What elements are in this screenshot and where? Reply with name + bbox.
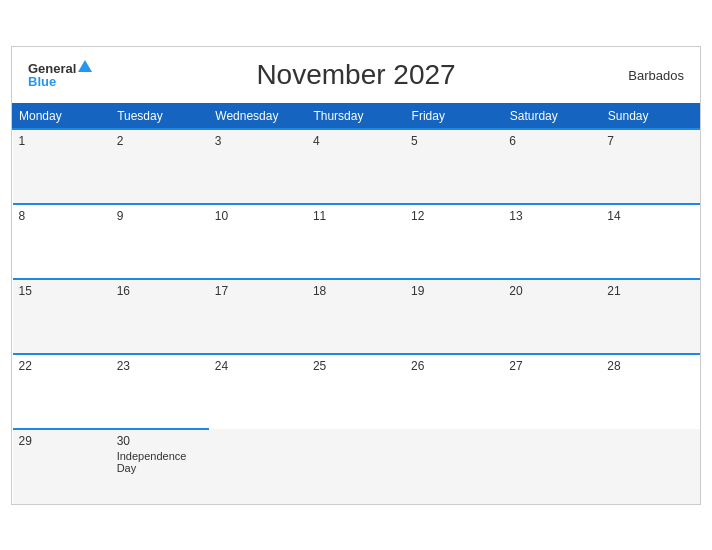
day-cell: 3 [209, 129, 307, 204]
day-number: 13 [509, 209, 595, 223]
calendar-header: General Blue November 2027 Barbados [12, 47, 700, 103]
calendar-grid: Monday Tuesday Wednesday Thursday Friday… [12, 103, 700, 504]
day-number: 1 [19, 134, 105, 148]
weekday-header-row: Monday Tuesday Wednesday Thursday Friday… [13, 103, 700, 129]
day-cell [209, 429, 307, 504]
day-number: 3 [215, 134, 301, 148]
day-cell: 22 [13, 354, 111, 429]
day-cell: 13 [503, 204, 601, 279]
day-cell: 4 [307, 129, 405, 204]
header-thursday: Thursday [307, 103, 405, 129]
week-row-4: 22232425262728 [13, 354, 700, 429]
day-cell: 14 [601, 204, 699, 279]
day-cell: 29 [13, 429, 111, 504]
calendar-container: General Blue November 2027 Barbados Mond… [11, 46, 701, 505]
day-number: 7 [607, 134, 693, 148]
day-cell: 6 [503, 129, 601, 204]
day-cell: 7 [601, 129, 699, 204]
day-number: 25 [313, 359, 399, 373]
day-cell [503, 429, 601, 504]
day-cell: 1 [13, 129, 111, 204]
day-cell [405, 429, 503, 504]
day-cell [307, 429, 405, 504]
day-cell: 5 [405, 129, 503, 204]
event-label: Independence Day [117, 450, 203, 474]
day-number: 11 [313, 209, 399, 223]
day-number: 22 [19, 359, 105, 373]
day-number: 30 [117, 434, 203, 448]
week-row-3: 15161718192021 [13, 279, 700, 354]
day-cell: 26 [405, 354, 503, 429]
day-number: 12 [411, 209, 497, 223]
day-cell: 18 [307, 279, 405, 354]
week-row-2: 891011121314 [13, 204, 700, 279]
day-cell: 28 [601, 354, 699, 429]
day-number: 29 [19, 434, 105, 448]
day-cell: 24 [209, 354, 307, 429]
day-number: 26 [411, 359, 497, 373]
day-number: 16 [117, 284, 203, 298]
day-cell: 23 [111, 354, 209, 429]
day-number: 10 [215, 209, 301, 223]
day-cell: 19 [405, 279, 503, 354]
day-cell: 27 [503, 354, 601, 429]
country-label: Barbados [628, 67, 684, 82]
header-saturday: Saturday [503, 103, 601, 129]
day-cell: 30Independence Day [111, 429, 209, 504]
day-number: 8 [19, 209, 105, 223]
header-tuesday: Tuesday [111, 103, 209, 129]
day-number: 19 [411, 284, 497, 298]
day-cell: 17 [209, 279, 307, 354]
day-cell: 11 [307, 204, 405, 279]
week-row-1: 1234567 [13, 129, 700, 204]
day-cell: 12 [405, 204, 503, 279]
day-number: 23 [117, 359, 203, 373]
day-number: 24 [215, 359, 301, 373]
day-number: 2 [117, 134, 203, 148]
day-number: 15 [19, 284, 105, 298]
day-cell: 20 [503, 279, 601, 354]
day-cell: 2 [111, 129, 209, 204]
day-number: 18 [313, 284, 399, 298]
header-friday: Friday [405, 103, 503, 129]
day-cell: 8 [13, 204, 111, 279]
day-number: 20 [509, 284, 595, 298]
week-row-5: 2930Independence Day [13, 429, 700, 504]
day-number: 4 [313, 134, 399, 148]
logo-blue-text: Blue [28, 75, 92, 88]
day-cell [601, 429, 699, 504]
logo: General Blue [28, 62, 92, 88]
header-wednesday: Wednesday [209, 103, 307, 129]
day-number: 6 [509, 134, 595, 148]
day-cell: 25 [307, 354, 405, 429]
day-number: 21 [607, 284, 693, 298]
month-title: November 2027 [256, 59, 455, 91]
logo-triangle-icon [78, 60, 92, 72]
day-number: 14 [607, 209, 693, 223]
day-number: 17 [215, 284, 301, 298]
day-cell: 21 [601, 279, 699, 354]
day-number: 28 [607, 359, 693, 373]
day-cell: 10 [209, 204, 307, 279]
header-sunday: Sunday [601, 103, 699, 129]
header-monday: Monday [13, 103, 111, 129]
day-cell: 16 [111, 279, 209, 354]
day-number: 9 [117, 209, 203, 223]
day-cell: 15 [13, 279, 111, 354]
day-number: 27 [509, 359, 595, 373]
day-cell: 9 [111, 204, 209, 279]
day-number: 5 [411, 134, 497, 148]
